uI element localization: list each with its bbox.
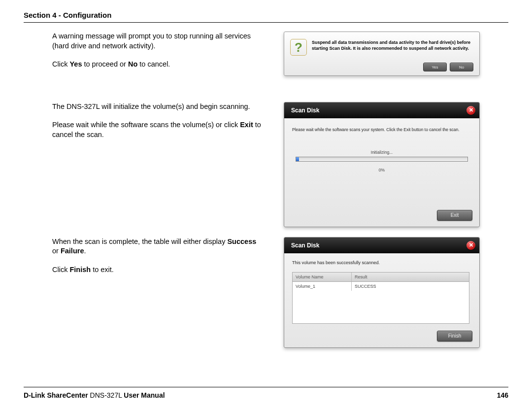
close-icon[interactable]: ✕ <box>466 106 475 115</box>
table-row: Volume_1 SUCCESS <box>293 282 469 291</box>
progress-percent: 0% <box>292 168 471 172</box>
initializing-label: Initializing... <box>292 150 471 155</box>
result-msg: This volume has been successfully scanne… <box>292 260 471 265</box>
result-p1: When the scan is complete, the table wil… <box>52 237 264 256</box>
scan-p2: Please wait while the software scans the… <box>52 120 264 139</box>
warn-text: A warning message will prompt you to sto… <box>52 32 264 78</box>
warn-p1: A warning message will prompt you to sto… <box>52 32 264 51</box>
dialog-title: Scan Disk <box>291 242 319 249</box>
progress-fill <box>296 157 299 161</box>
result-text: When the scan is complete, the table wil… <box>52 237 264 348</box>
col-result: Result <box>352 273 469 281</box>
footer-manual: User Manual <box>124 391 165 399</box>
close-icon[interactable]: ✕ <box>466 241 475 250</box>
result-p2: Click Finish to exit. <box>52 265 264 275</box>
footer-model: DNS-327L <box>88 391 124 399</box>
page-footer: D-Link ShareCenter DNS-327L User Manual … <box>24 387 508 399</box>
footer-brand: D-Link ShareCenter <box>24 391 88 399</box>
finish-button[interactable]: Finish <box>437 331 472 342</box>
cell-result: SUCCESS <box>352 282 469 291</box>
question-icon: ? <box>290 39 307 56</box>
result-table: Volume Name Result Volume_1 SUCCESS <box>292 272 469 324</box>
warning-dialog: ? Suspend all data transmissions and dat… <box>284 32 480 76</box>
scan-p1: The DNS-327L will initialize the volume(… <box>52 102 264 112</box>
warning-dialog-text: Suspend all data transmissions and data … <box>312 37 473 51</box>
cell-volume: Volume_1 <box>293 282 352 291</box>
scan-progress-msg: Please wait while the software scans you… <box>292 127 471 132</box>
no-button[interactable]: No <box>450 63 473 71</box>
scan-result-dialog: Scan Disk ✕ This volume has been success… <box>284 237 480 348</box>
exit-button[interactable]: Exit <box>437 210 472 221</box>
warn-p2: Click Yes to proceed or No to cancel. <box>52 60 264 69</box>
progress-bar <box>296 157 468 162</box>
page-number: 146 <box>497 391 508 399</box>
scan-text: The DNS-327L will initialize the volume(… <box>52 102 264 227</box>
col-volume-name: Volume Name <box>293 273 352 281</box>
yes-button[interactable]: Yes <box>423 63 447 71</box>
dialog-title: Scan Disk <box>291 107 319 114</box>
scan-progress-dialog: Scan Disk ✕ Please wait while the softwa… <box>284 102 480 227</box>
section-header: Section 4 - Configuration <box>24 11 508 23</box>
